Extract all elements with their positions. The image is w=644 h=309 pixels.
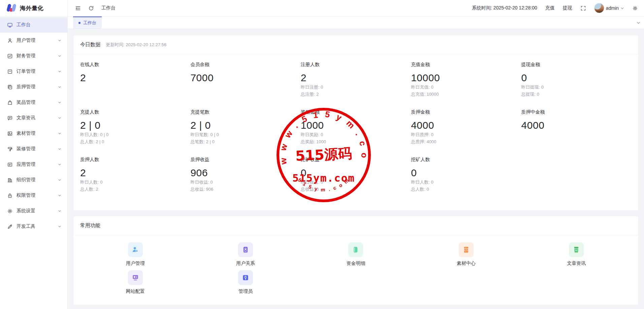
brand-area[interactable]: 海外量化 [0,0,68,16]
stat-label: 充提笔数 [190,109,297,115]
sidebar-item-pledge-management[interactable]: 质押管理 [0,79,67,95]
stat-sub-total: 总质押: 4000 [411,138,518,145]
sidebar-item-label: 装修管理 [17,146,58,152]
stat-pledge-amount: 质押金额 4000 昨日质押: 0 总质押: 4000 [411,109,521,157]
chevron-down-icon [58,225,61,228]
stat-label: 质押金额 [411,109,518,115]
withdraw-button[interactable]: 提现 [563,5,572,11]
sidebar-item-label: 订单管理 [17,68,58,74]
bag-icon [7,100,13,105]
stat-sub-yesterday: 昨日奖励: 0 [301,131,408,138]
quick-app-material-center[interactable]: </> 素材中心 [411,242,521,267]
stat-sub-yesterday: 昨日注册: 0 [301,84,408,91]
stat-label: 会员余额 [190,62,297,68]
stat-pledge-income: 质押收益 906 昨日收益: 0 总收益: 906 [190,157,300,204]
chevron-down-icon [58,163,61,166]
username: admin [606,5,619,11]
stat-label: 在线人数 [80,62,187,68]
sidebar-item-organization-management[interactable]: 组织管理 [0,172,67,188]
stat-sub-yesterday: 昨日人数: 0 [411,179,518,186]
avatar[interactable] [594,3,604,13]
recharge-button[interactable]: 充值 [545,5,555,11]
quick-app-label: 素材中心 [457,260,476,267]
stat-label: 挖矿收益 [301,157,408,163]
chevron-down-icon [58,70,61,73]
stat-sub-yesterday: 昨日收益: 0 [190,179,297,186]
sidebar-item-application-management[interactable]: 应用管理 [0,157,67,172]
main-content: 今日数据 更新时间: 2025-02-20 12:27:56 在线人数 2 会员… [68,29,644,309]
stat-sub-yesterday: 昨日人数: 0 [80,179,187,186]
quick-app-article-news[interactable]: 文章资讯 [521,242,632,267]
quick-app-user-management[interactable]: 用户管理 [80,242,190,267]
tab-list-chevron-icon[interactable] [636,21,641,25]
contact-card-icon [238,242,253,257]
quick-grid: 用户管理 用户关系 [73,235,638,305]
stat-sub-total: 总提现: 0 [521,91,628,98]
quick-app-user-relations[interactable]: 用户关系 [190,242,300,267]
sidebar-item-permission-management[interactable]: 权限管理 [0,188,67,203]
stat-sub-yesterday: 昨日提现: 0 [521,84,628,91]
sidebar-item-user-management[interactable]: 用户管理 [0,33,67,48]
chat-icon [7,115,13,121]
sidebar-item-label: 权限管理 [17,192,58,198]
collapse-menu-icon[interactable] [75,5,81,11]
article-bag-icon [569,242,584,257]
sidebar-item-order-management[interactable]: 订单管理 [0,64,67,79]
stat-recharge-withdraw-count: 充提笔数 2 | 0 昨日笔数: 0 | 0 总笔数: 2 | 0 [190,109,300,157]
tab-workbench[interactable]: 工作台 [73,17,102,29]
quick-card-header: 常用功能 [73,216,638,235]
stat-sub-yesterday: 昨日人数: 0 | 0 [80,131,187,138]
quick-app-fund-details[interactable]: 资金明细 [301,242,411,267]
quick-app-label: 管理员 [238,288,253,295]
stat-sub-yesterday: 昨日收益: 0 [301,179,408,186]
user-icon [7,38,13,43]
today-card-title: 今日数据 [80,41,100,48]
quick-app-label: 用户关系 [236,260,255,267]
stat-label: 充提人数 [80,109,187,115]
stat-pledging-amount: 质押中金额 4000 [521,109,632,157]
stats-grid: 在线人数 2 会员余额 7000 注册人数 2 昨日注册: 0 总注册: 2 充… [73,54,638,210]
ledger-book-icon [348,242,363,257]
sidebar-item-article-news[interactable]: 文章资讯 [0,110,67,126]
stat-sub-total: 总人数: 0 [411,186,518,193]
chevron-down-icon [58,178,61,182]
refresh-icon[interactable] [88,5,94,11]
stat-label: 奖励金额 [301,109,408,115]
sidebar-item-label: 奖品管理 [17,99,58,105]
pen-icon [7,224,13,229]
stat-label: 充值金额 [411,62,518,68]
stat-recharge-amount: 充值金额 10000 昨日充值: 0 总充值: 10000 [411,62,521,109]
stat-sub-yesterday: 昨日质押: 0 [411,131,518,138]
sidebar-item-material-management[interactable]: 素材管理 [0,126,67,141]
monitor-icon [7,22,13,28]
sidebar-item-decoration-management[interactable]: 装修管理 [0,141,67,157]
stat-value: 2 [80,167,187,179]
user-menu[interactable]: admin [594,3,624,13]
stat-label: 质押收益 [190,157,297,163]
brand-name: 海外量化 [20,4,43,12]
stat-label: 注册人数 [301,62,408,68]
stat-pledge-users: 质押人数 2 昨日人数: 0 总人数: 2 [80,157,190,204]
chevron-down-icon [58,116,61,120]
chevron-down-icon [58,194,61,197]
sidebar-item-prize-management[interactable]: 奖品管理 [0,95,67,110]
sidebar-item-finance-management[interactable]: 财务管理 [0,48,67,64]
quick-app-site-config[interactable]: 网站配置 [80,270,190,295]
quick-app-label: 文章资讯 [567,260,586,267]
sidebar-item-system-settings[interactable]: 系统设置 [0,203,67,219]
fullscreen-icon[interactable] [580,5,586,11]
chart-icon [7,53,13,59]
sidebar-item-workbench[interactable]: 工作台 [0,17,67,33]
chevron-down-icon [58,54,61,58]
stat-value: 0 [301,167,408,179]
quick-app-administrator[interactable]: 管理员 [190,270,300,295]
sidebar-item-dev-tools[interactable]: 开发工具 [0,219,67,234]
stat-member-balance: 会员余额 7000 [190,62,300,109]
settings-gear-icon[interactable] [632,5,638,11]
stat-sub-yesterday: 昨日充值: 0 [411,84,518,91]
sidebar-item-label: 组织管理 [17,177,58,183]
stat-sub-total: 总笔数: 2 | 0 [190,138,297,145]
system-time: 系统时间: 2025-02-20 12:28:00 [472,5,537,11]
stat-sub-total: 总人数: 2 | 0 [80,138,187,145]
quick-app-label: 资金明细 [346,260,365,267]
